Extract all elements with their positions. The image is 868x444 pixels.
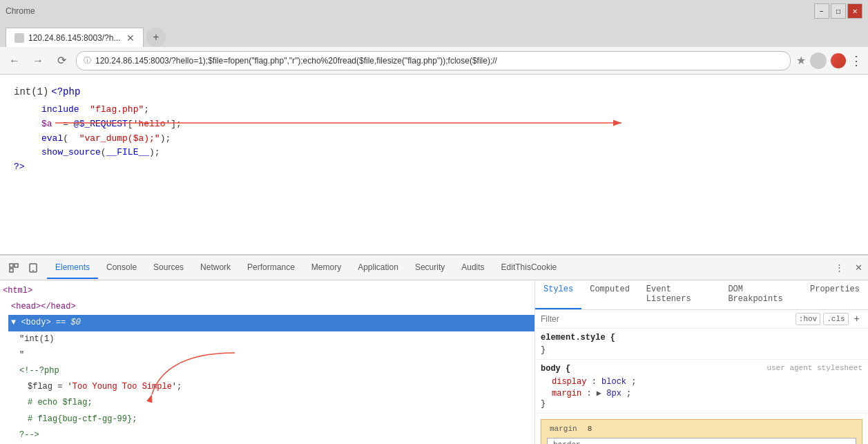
element-style-rule: element.style { } — [535, 329, 868, 360]
styles-filter-bar: :hov .cls + — [535, 310, 868, 329]
tab-editthiscookie[interactable]: EditThisCookie — [493, 257, 566, 279]
body-margin-prop: margin : ▶ 8px ; — [541, 387, 862, 399]
code-block: include "flag.php" ; $a = @$_REQUEST [' … — [14, 103, 854, 175]
int-display: int(1) <?php — [14, 86, 854, 97]
dom-body[interactable]: ▼ <body> == $0 — [8, 315, 534, 331]
tab-favicon — [15, 33, 24, 43]
elements-panel: <html> <head></head> ▼ <body> == $0 "int… — [0, 280, 535, 444]
browser-title: Chrome — [6, 6, 35, 16]
hello-key: hello — [138, 117, 165, 132]
address-bar[interactable] — [95, 56, 783, 66]
dom-echo[interactable]: # echo $flag; — [25, 395, 534, 411]
styles-tab-styles[interactable]: Styles — [535, 280, 581, 309]
minimize-button[interactable]: − — [814, 3, 829, 19]
nav-right: ★ ⋮ — [796, 52, 862, 69]
svg-point-6 — [32, 270, 34, 271]
dom-flag-var[interactable]: $flag = 'Too Young Too Simple'; — [25, 379, 534, 395]
add-style-button[interactable]: + — [851, 313, 862, 325]
body-style-header: body { user agent stylesheet — [541, 364, 862, 376]
devtools-more-button[interactable]: ⋮ — [829, 260, 849, 276]
code-line-include: include "flag.php" ; — [14, 103, 854, 117]
bookmark-icon[interactable]: ★ — [796, 54, 806, 67]
svg-rect-4 — [15, 264, 18, 267]
menu-button[interactable]: ⋮ — [850, 53, 862, 68]
tab-elements[interactable]: Elements — [47, 257, 98, 279]
styles-tab-computed[interactable]: Computed — [581, 280, 638, 309]
devtools: Elements Console Sources Network Perform… — [0, 254, 868, 444]
close-button[interactable]: ✕ — [847, 3, 862, 19]
svg-rect-2 — [10, 264, 13, 267]
body-style-source: user agent stylesheet — [766, 364, 862, 376]
cls-button[interactable]: .cls — [823, 313, 848, 325]
title-bar-left: Chrome — [6, 6, 35, 16]
title-bar: Chrome − □ ✕ — [0, 0, 868, 22]
hov-button[interactable]: :hov — [795, 313, 820, 325]
dom-comment-php[interactable]: <!--?php — [17, 363, 534, 379]
tab-audits[interactable]: Audits — [453, 257, 492, 279]
code-line-show: show_source ( __FILE__ ); — [14, 146, 854, 160]
forward-button[interactable]: → — [29, 52, 47, 70]
devtools-main: <html> <head></head> ▼ <body> == $0 "int… — [0, 280, 868, 444]
address-bar-container: ⓘ — [76, 51, 791, 70]
styles-tab-dom-breakpoints[interactable]: DOM Breakpoints — [720, 280, 802, 309]
file-const: __FILE__ — [106, 146, 149, 160]
inspect-element-button[interactable] — [6, 260, 22, 276]
device-toolbar-button[interactable] — [25, 260, 41, 276]
lock-icon: ⓘ — [84, 55, 91, 66]
tab-close-icon[interactable]: ✕ — [126, 32, 135, 44]
code-line-close: ?> — [14, 160, 854, 175]
code-line-eval: eval ( "var_dump($a);" ); — [14, 132, 854, 146]
dom-text-quote[interactable]: " — [17, 347, 534, 363]
back-button[interactable]: ← — [6, 52, 23, 70]
devtools-tabs: Elements Console Sources Network Perform… — [0, 255, 868, 280]
include-keyword: include — [41, 103, 79, 117]
box-border: border - padding - — [547, 438, 856, 444]
styles-tabs: Styles Computed Event Listeners DOM Brea… — [535, 280, 868, 310]
tab-performance[interactable]: Performance — [239, 257, 303, 279]
tab-network[interactable]: Network — [192, 257, 239, 279]
tab-title: 120.24.86.145:8003/?h... — [28, 33, 122, 43]
svg-rect-3 — [10, 269, 13, 272]
dom-head[interactable]: <head></head> — [8, 299, 534, 315]
element-style-close: } — [541, 345, 862, 355]
php-close: ?> — [14, 160, 25, 175]
browser-window: Chrome − □ ✕ 120.24.86.145:8003/?h... ✕ … — [0, 0, 868, 444]
tab-console[interactable]: Console — [98, 257, 145, 279]
devtools-icons — [0, 260, 41, 276]
margin-expand-icon[interactable]: ▶ — [597, 389, 601, 398]
dom-comment-close[interactable]: ?--> — [17, 427, 534, 443]
body-style-close: } — [541, 399, 862, 409]
tab-sources[interactable]: Sources — [145, 257, 192, 279]
request-fn: @$_REQUEST — [74, 117, 128, 132]
var-a: $a — [41, 117, 52, 132]
tab-memory[interactable]: Memory — [303, 257, 349, 279]
box-model: margin 8 border - padding - — [541, 419, 862, 444]
styles-filter-input[interactable] — [541, 314, 793, 324]
refresh-button[interactable]: ⟳ — [52, 52, 70, 70]
body-style-rule: body { user agent stylesheet display : b… — [535, 360, 868, 414]
user-avatar[interactable] — [831, 53, 846, 68]
dom-flag-value[interactable]: # flag{bug-ctf-gg-99}; — [25, 412, 534, 427]
box-margin: margin 8 — [544, 423, 859, 435]
elements-panel-container: <html> <head></head> ▼ <body> == $0 "int… — [0, 280, 535, 444]
tab-application[interactable]: Application — [349, 257, 407, 279]
nav-bar: ← → ⟳ ⓘ ★ ⋮ — [0, 47, 868, 75]
browser-tab[interactable]: 120.24.86.145:8003/?h... ✕ — [6, 28, 144, 47]
styles-tab-properties[interactable]: Properties — [802, 280, 868, 309]
styles-tab-event-listeners[interactable]: Event Listeners — [638, 280, 720, 309]
dom-text-int[interactable]: "int(1) — [17, 331, 534, 347]
devtools-close-button[interactable]: ✕ — [849, 260, 868, 276]
element-style-selector: element.style { — [541, 333, 862, 342]
page-content: int(1) <?php include "flag.php" ; $a = @… — [0, 75, 868, 254]
tab-security[interactable]: Security — [407, 257, 453, 279]
body-display-prop: display : block ; — [541, 376, 862, 387]
extension-icon[interactable] — [810, 52, 827, 69]
dom-html[interactable]: <html> — [0, 283, 534, 299]
new-tab-button[interactable]: + — [146, 28, 166, 47]
tab-bar: 120.24.86.145:8003/?h... ✕ + — [0, 22, 868, 47]
window-controls: − □ ✕ — [814, 3, 862, 19]
maximize-button[interactable]: □ — [831, 3, 846, 19]
eval-fn: eval — [41, 132, 63, 146]
show-source-fn: show_source — [41, 146, 101, 160]
eval-str: "var_dump($a);" — [79, 132, 160, 146]
